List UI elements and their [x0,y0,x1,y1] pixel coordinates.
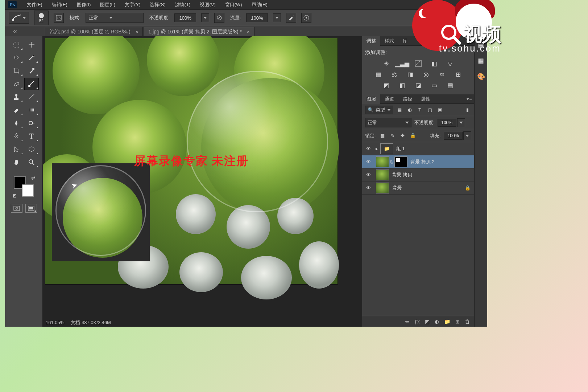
add-mask-button[interactable]: ◩ [425,319,430,324]
lock-all-icon[interactable]: 🔒 [409,132,417,139]
menu-file[interactable]: 文件(F) [23,1,46,9]
exposure-adjust[interactable]: ◧ [430,60,439,68]
flow-stepper[interactable] [273,13,281,22]
tab-channels[interactable]: 通道 [380,94,398,104]
panel-menu-icon[interactable]: ▾≡ [467,96,472,102]
curves-adjust[interactable] [414,60,423,68]
lasso-tool[interactable] [9,52,24,64]
layer-fill-stepper[interactable] [463,131,471,140]
layer-mask-thumbnail[interactable] [394,156,407,167]
link-layers-button[interactable]: ⇔ [405,319,409,324]
collapse-toolbar-button[interactable]: « [13,27,17,35]
hue-sat-adjust[interactable]: ▦ [374,70,383,78]
type-tool[interactable]: T [24,130,39,142]
layer-fill-input[interactable] [444,132,463,140]
tool-indicator[interactable] [9,12,29,24]
filter-smart-icon[interactable]: ▣ [436,106,444,114]
brightness-adjust[interactable]: ☀ [382,60,391,68]
layer-row-selected[interactable]: 👁 ⎘ 背景 拷贝 2 [362,155,474,168]
layer-opacity-input[interactable] [438,119,456,127]
document-canvas[interactable]: ➤ 屏幕录像专家 未注册 [45,38,338,285]
filter-shape-icon[interactable]: ▢ [426,106,434,114]
brush-tool[interactable] [24,78,39,90]
color-lookup-adjust[interactable]: ⊞ [454,70,463,78]
filter-adjust-icon[interactable]: ◐ [406,106,414,114]
layer-kind-dropdown[interactable]: 🔍 类型 [365,106,393,114]
layer-name[interactable]: 背景 拷贝 2 [409,159,474,165]
canvas-area[interactable]: ➤ 屏幕录像专家 未注册 161.05% 文档:487.0K/2.46M [43,36,362,327]
levels-adjust[interactable]: ▁▃▅ [398,60,407,68]
visibility-toggle[interactable]: 👁 [362,159,374,164]
threshold-adjust[interactable]: ◪ [414,81,423,89]
menu-edit[interactable]: 编辑(E) [48,1,71,9]
spot-heal-tool[interactable] [9,78,24,90]
airbrush-toggle[interactable] [286,13,296,23]
opacity-input[interactable] [174,13,196,22]
zoom-tool[interactable] [24,156,39,168]
color-panel-icon[interactable]: 🎨 [477,73,485,81]
close-icon[interactable]: × [247,29,250,34]
path-select-tool[interactable] [9,143,24,155]
hand-tool[interactable] [9,156,24,168]
blur-tool[interactable] [9,117,24,129]
swatches-panel-icon[interactable]: ▦ [478,57,484,65]
tab-paths[interactable]: 路径 [398,94,417,104]
lock-position-icon[interactable]: ✥ [399,132,406,139]
layer-opacity-stepper[interactable] [457,118,465,127]
lock-transparency-icon[interactable]: ▩ [379,132,386,139]
layer-name[interactable]: 背景 拷贝 [390,172,474,178]
pressure-opacity-toggle[interactable] [214,13,224,23]
screen-mode-toggle[interactable] [25,204,37,213]
document-tab-2[interactable]: 1.jpg @ 161% (背景 拷贝 2, 图层蒙版/8) * × [144,27,254,36]
tab-properties[interactable]: 属性 [417,94,435,104]
shape-tool[interactable] [24,143,39,155]
visibility-toggle[interactable]: 👁 [362,185,374,191]
layer-row-background[interactable]: 👁 背景 🔒 [362,181,474,195]
new-group-button[interactable]: 📁 [444,319,450,324]
pressure-size-toggle[interactable] [301,13,311,23]
lock-pixels-icon[interactable]: ✎ [389,132,396,139]
dodge-tool[interactable] [24,117,39,129]
menu-help[interactable]: 帮助(H) [248,1,271,9]
history-brush-tool[interactable] [24,91,39,103]
menu-filter[interactable]: 滤镜(T) [171,1,194,9]
new-layer-button[interactable]: ⊞ [455,319,460,324]
close-icon[interactable]: × [136,29,138,34]
bw-adjust[interactable]: ◨ [406,70,415,78]
blend-mode-dropdown[interactable]: 正常 [86,13,144,23]
quick-mask-toggle[interactable] [11,204,22,213]
flow-input[interactable] [246,13,268,22]
photo-filter-adjust[interactable]: ◎ [422,70,431,78]
magic-wand-tool[interactable] [24,52,39,64]
gradient-map-adjust[interactable]: ▭ [430,81,439,89]
layer-thumbnail[interactable] [376,183,389,193]
layer-thumbnail[interactable] [376,170,389,180]
opacity-stepper[interactable] [201,13,209,22]
document-tab-1[interactable]: 泡泡.psd @ 100% (图层 2, RGB/8#) × [45,27,143,36]
pen-tool[interactable] [9,130,24,142]
visibility-toggle[interactable]: 👁 [362,146,374,151]
layer-row-group[interactable]: 👁 ▸ 📁 组 1 [362,142,474,155]
move-tool[interactable] [9,38,24,51]
gradient-tool[interactable] [24,104,39,116]
visibility-toggle[interactable]: 👁 [362,172,374,177]
filter-toggle[interactable]: ▮ [463,106,471,114]
layer-blend-dropdown[interactable]: 正常 [365,118,411,127]
filter-type-icon[interactable]: T [416,106,424,114]
menu-image[interactable]: 图像(I) [73,1,94,9]
menu-type[interactable]: 文字(Y) [121,1,144,9]
posterize-adjust[interactable]: ◧ [398,81,407,89]
filter-pixel-icon[interactable]: ▦ [396,106,403,114]
layer-thumbnail[interactable] [376,156,389,167]
menu-view[interactable]: 视图(V) [196,1,219,9]
layer-name[interactable]: 组 1 [395,146,474,152]
tab-adjustments[interactable]: 调整 [362,36,380,46]
brush-panel-toggle[interactable] [54,13,64,23]
layer-style-button[interactable]: ƒx [414,319,420,324]
tab-libraries[interactable]: 库 [398,36,412,46]
eraser-tool[interactable] [9,104,24,116]
brush-preset-picker[interactable]: 52 [34,11,49,25]
menu-select[interactable]: 选择(S) [146,1,169,9]
background-color[interactable] [22,184,34,197]
layer-row[interactable]: 👁 背景 拷贝 [362,168,474,181]
